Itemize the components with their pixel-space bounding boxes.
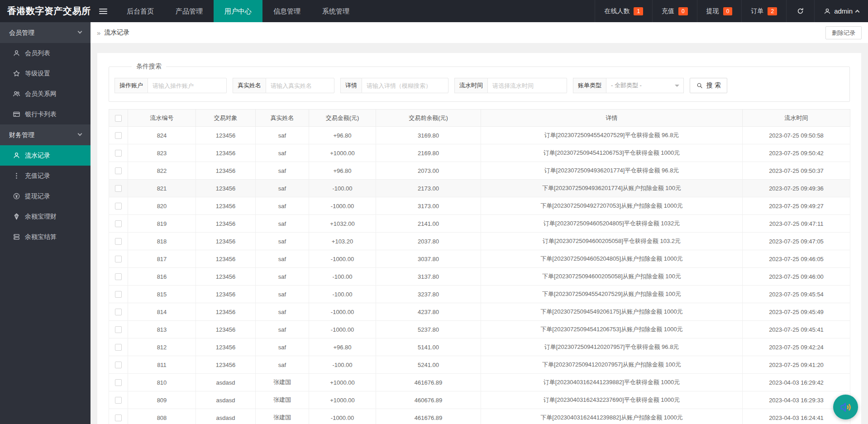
cell-flow-id: 808	[128, 409, 196, 424]
topnav-stat-0[interactable]: 在线人数1	[595, 0, 652, 22]
row-checkbox[interactable]	[115, 150, 122, 157]
topnav-item-3[interactable]: 信息管理	[262, 0, 311, 22]
search-field-label: 流水时间	[454, 78, 487, 93]
cell-real-name: saf	[256, 233, 309, 250]
delete-records-button[interactable]: 删除记录	[825, 26, 862, 39]
cell-flow-id: 815	[128, 286, 196, 303]
search-input-0[interactable]	[148, 78, 227, 93]
row-checkbox[interactable]	[115, 185, 122, 192]
row-checkbox[interactable]	[115, 238, 122, 245]
row-checkbox[interactable]	[115, 414, 122, 421]
row-checkbox[interactable]	[115, 362, 122, 368]
flow-records-table: 流水编号交易对象真实姓名交易金额(元)交易前余额(元)详情流水时间 824123…	[109, 109, 850, 424]
main-panel: 条件搜索 操作账户真实姓名详情流水时间账单类型- 全部类型 -搜 索 流水编号交…	[97, 53, 861, 424]
row-checkbox[interactable]	[115, 256, 122, 262]
sidebar-group-header-1[interactable]: 财务管理	[0, 124, 91, 145]
cell-detail: 订单[20230725094936201774]平仓获得金额 96.8元	[481, 162, 743, 180]
cell-amount: +1000.00	[309, 144, 376, 162]
cell-flow-id: 824	[128, 127, 196, 144]
cell-time: 2023-07-25 09:42:24	[743, 338, 850, 356]
search-field-1: 真实姓名	[233, 78, 334, 93]
stat-count-badge: 1	[634, 7, 643, 15]
search-input-1[interactable]	[266, 78, 334, 93]
topnav-item-2[interactable]: 用户中心	[214, 0, 262, 22]
cell-amount: -100.00	[309, 356, 376, 374]
topnav-stat-1[interactable]: 充值0	[652, 0, 697, 22]
row-checkbox[interactable]	[115, 220, 122, 227]
topnav-item-0[interactable]: 后台首页	[116, 0, 165, 22]
select-all-checkbox[interactable]	[115, 115, 122, 122]
sidebar-item-label: 会员列表	[25, 49, 50, 57]
search-field-2: 详情	[340, 78, 448, 93]
search-field-4: 账单类型- 全部类型 -	[573, 78, 684, 93]
cell-amount: -1000.00	[309, 250, 376, 268]
cell-flow-id: 818	[128, 233, 196, 250]
row-checkbox[interactable]	[115, 203, 122, 210]
cell-trade-target: 123456	[196, 303, 256, 321]
topnav-menu: 后台首页产品管理用户中心信息管理系统管理	[116, 0, 360, 22]
topnav-item-4[interactable]: 系统管理	[311, 0, 360, 22]
cell-trade-target: 123456	[196, 356, 256, 374]
search-input-2[interactable]	[362, 78, 448, 93]
cell-time: 2023-07-25 09:49:27	[743, 197, 850, 215]
search-input-3[interactable]	[487, 78, 567, 93]
user-menu[interactable]: admin	[814, 0, 868, 22]
sidebar-item-1-4[interactable]: 余额宝结算	[0, 227, 91, 247]
sidebar-item-1-0[interactable]: 流水记录	[0, 145, 91, 166]
sidebar-item-label: 银行卡列表	[25, 110, 57, 119]
cell-real-name: saf	[256, 338, 309, 356]
sidebar-item-0-0[interactable]: 会员列表	[0, 43, 91, 63]
sidebar-item-label: 等级设置	[25, 70, 50, 78]
cell-amount: +103.20	[309, 233, 376, 250]
sidebar-item-0-3[interactable]: 银行卡列表	[0, 104, 91, 124]
search-icon	[696, 82, 703, 89]
row-checkbox-cell	[109, 180, 128, 197]
sidebar: 会员管理会员列表等级设置会员关系网银行卡列表财务管理流水记录充值记录提现记录余额…	[0, 22, 91, 424]
collapse-sidebar-button[interactable]	[91, 0, 116, 22]
sound-notification-button[interactable]	[833, 395, 858, 419]
row-checkbox[interactable]	[115, 273, 122, 280]
cell-balance: 4237.80	[376, 303, 481, 321]
breadcrumb-bar: » 流水记录 删除记录	[91, 22, 868, 43]
row-checkbox[interactable]	[115, 326, 122, 333]
row-checkbox[interactable]	[115, 291, 122, 298]
row-checkbox[interactable]	[115, 309, 122, 315]
sidebar-item-1-3[interactable]: 余额宝理财	[0, 206, 91, 227]
sidebar-group-header-0[interactable]: 会员管理	[0, 22, 91, 43]
row-checkbox[interactable]	[115, 397, 122, 404]
cell-amount: -1000.00	[309, 303, 376, 321]
cell-balance: 2169.80	[376, 144, 481, 162]
bill-type-select[interactable]: - 全部类型 -	[606, 78, 684, 93]
topnav-stat-3[interactable]: 订单2	[741, 0, 786, 22]
table-row: 822123456saf+96.802073.00订单[202307250949…	[109, 162, 850, 180]
search-button[interactable]: 搜 索	[690, 78, 727, 93]
cell-real-name: 张建国	[256, 391, 309, 409]
refresh-button[interactable]	[786, 0, 814, 22]
row-checkbox[interactable]	[115, 132, 122, 139]
sidebar-item-1-1[interactable]: 充值记录	[0, 166, 91, 186]
cell-flow-id: 821	[128, 180, 196, 197]
topnav-stat-2[interactable]: 提现0	[697, 0, 742, 22]
sidebar-item-0-2[interactable]: 会员关系网	[0, 84, 91, 104]
breadcrumb-arrows-icon: »	[97, 29, 100, 37]
cell-real-name: 张建国	[256, 409, 309, 424]
topnav-item-label: 用户中心	[224, 7, 252, 15]
search-field-3: 流水时间	[454, 78, 567, 93]
cell-detail: 订单[20230725094600205058]平仓获得金额 103.2元	[481, 233, 743, 250]
sidebar-item-1-2[interactable]: 提现记录	[0, 186, 91, 206]
table-header-row: 流水编号交易对象真实姓名交易金额(元)交易前余额(元)详情流水时间	[109, 110, 850, 127]
refresh-icon	[796, 7, 804, 15]
row-checkbox[interactable]	[115, 167, 122, 174]
chevron-up-icon	[855, 10, 860, 14]
sidebar-item-0-1[interactable]: 等级设置	[0, 63, 91, 84]
row-checkbox[interactable]	[115, 344, 122, 351]
cell-detail: 订单[20230403162441239882]平仓获得金额 1000元	[481, 374, 743, 391]
cell-real-name: saf	[256, 250, 309, 268]
topnav-item-1[interactable]: 产品管理	[165, 0, 214, 22]
table-row: 823123456saf+1000.002169.80订单[2023072509…	[109, 144, 850, 162]
cell-time: 2023-07-25 09:41:20	[743, 356, 850, 374]
cell-trade-target: 123456	[196, 127, 256, 144]
cell-real-name: saf	[256, 162, 309, 180]
cell-flow-id: 814	[128, 303, 196, 321]
row-checkbox[interactable]	[115, 379, 122, 386]
